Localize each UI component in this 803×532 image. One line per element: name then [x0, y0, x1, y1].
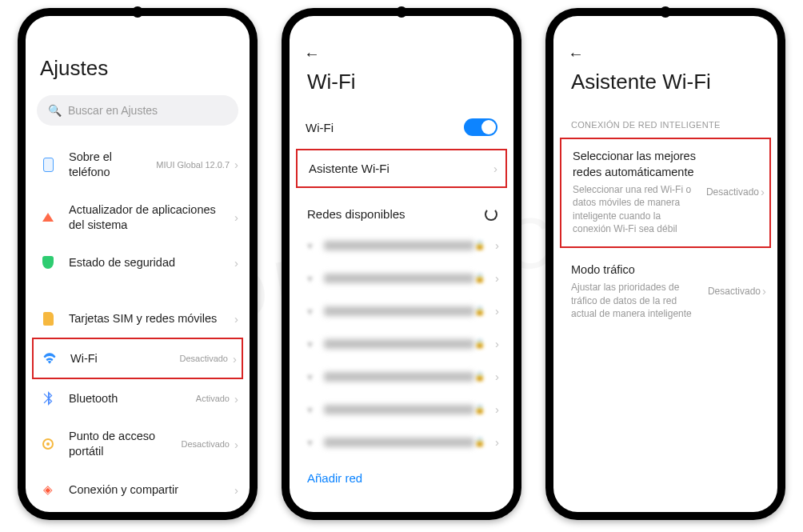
network-row[interactable]: ▾🔒› — [290, 294, 513, 327]
row-title: Seleccionar las mejores redes automática… — [573, 149, 698, 180]
network-name-redacted — [324, 274, 474, 283]
row-state: Desactivado — [706, 186, 759, 198]
chevron-right-icon: › — [234, 256, 238, 270]
row-bluetooth[interactable]: Bluetooth Activado › — [26, 379, 250, 418]
chevron-right-icon: › — [495, 435, 499, 449]
network-row[interactable]: ▾🔒› — [290, 426, 513, 458]
phone-frame-assistant: ← Asistente Wi-Fi CONEXIÓN DE RED INTELI… — [545, 8, 785, 520]
row-select-best-networks[interactable]: Seleccionar las mejores redes automática… — [560, 138, 771, 248]
wifi-signal-icon: ▾ — [307, 370, 313, 383]
shield-icon — [40, 254, 56, 270]
lock-icon: 🔒 — [474, 437, 485, 447]
share-icon: ◈ — [40, 482, 56, 498]
network-row[interactable]: ▾🔒› — [290, 360, 513, 393]
page-title: Wi-Fi — [290, 66, 513, 109]
phone-frame-settings: Ajustes 🔍 Buscar en Ajustes Sobre el tel… — [18, 8, 258, 520]
wifi-signal-icon: ▾ — [307, 305, 313, 318]
bluetooth-icon — [40, 390, 56, 406]
chevron-right-icon: › — [495, 271, 499, 285]
row-sim-networks[interactable]: Tarjetas SIM y redes móviles › — [26, 299, 250, 338]
wifi-signal-icon: ▾ — [307, 436, 313, 449]
network-row[interactable]: ▾🔒› — [290, 393, 513, 426]
wifi-toggle-row[interactable]: Wi-Fi — [290, 109, 513, 146]
section-header: CONEXIÓN DE RED INTELIGENTE — [553, 109, 777, 138]
row-label: Asistente Wi-Fi — [309, 162, 390, 175]
row-label: Conexión y compartir — [69, 482, 233, 498]
network-name-redacted — [324, 372, 474, 382]
chevron-right-icon: › — [495, 238, 499, 252]
screen-settings: Ajustes 🔍 Buscar en Ajustes Sobre el tel… — [26, 16, 250, 512]
search-placeholder: Buscar en Ajustes — [68, 104, 158, 117]
screen-wifi: ← Wi-Fi Wi-Fi Asistente Wi-Fi › Redes di… — [290, 16, 513, 512]
network-name-redacted — [324, 241, 474, 250]
chevron-right-icon: › — [234, 483, 238, 497]
row-description: Seleccionar una red Wi-Fi o datos móvile… — [573, 183, 698, 235]
row-title: Modo tráfico — [571, 262, 700, 278]
row-wifi[interactable]: Wi-Fi Desactivado › — [32, 338, 243, 379]
add-network-button[interactable]: Añadir red — [290, 458, 513, 498]
chevron-right-icon: › — [234, 210, 238, 224]
camera-notch — [132, 6, 143, 18]
network-name-redacted — [324, 405, 474, 414]
available-networks-header: Redes disponibles — [290, 191, 513, 229]
network-row[interactable]: ▾🔒› — [290, 262, 513, 294]
lock-icon: 🔒 — [474, 371, 485, 382]
back-row: ← — [553, 34, 777, 66]
search-input[interactable]: 🔍 Buscar en Ajustes — [37, 95, 238, 126]
chevron-right-icon: › — [234, 312, 238, 326]
row-wifi-assistant[interactable]: Asistente Wi-Fi › — [296, 149, 507, 188]
back-button[interactable]: ← — [568, 45, 584, 62]
row-about-phone[interactable]: Sobre el teléfono MIUI Global 12.0.7 › — [26, 138, 250, 191]
chevron-right-icon: › — [234, 158, 238, 171]
lock-icon: 🔒 — [474, 338, 485, 349]
page-title: Ajustes — [26, 34, 250, 95]
chevron-right-icon: › — [495, 402, 499, 416]
lock-icon: 🔒 — [474, 240, 485, 250]
network-name-redacted — [324, 438, 474, 447]
row-hotspot[interactable]: Punto de acceso portátil Desactivado › — [26, 418, 250, 470]
lock-icon: 🔒 — [474, 273, 485, 283]
row-security-status[interactable]: Estado de seguridad › — [26, 243, 250, 282]
row-description: Ajustar las prioridades de tráfico de da… — [571, 281, 700, 320]
page-title: Asistente Wi-Fi — [553, 66, 777, 109]
network-row[interactable]: ▾🔒› — [290, 229, 513, 262]
chevron-right-icon: › — [762, 284, 766, 298]
network-name-redacted — [324, 339, 474, 349]
row-value: Activado — [196, 394, 230, 403]
row-label: Bluetooth — [69, 391, 196, 406]
row-label: Actualizador de aplicaciones del sistema — [69, 202, 233, 233]
toggle-label: Wi-Fi — [306, 121, 334, 134]
row-label: Punto de acceso portátil — [69, 429, 181, 459]
row-value: Desactivado — [181, 439, 230, 449]
lock-icon: 🔒 — [474, 306, 485, 316]
row-state: Desactivado — [708, 286, 761, 297]
lock-icon: 🔒 — [474, 404, 485, 414]
network-name-redacted — [324, 306, 474, 316]
row-connection-share[interactable]: ◈ Conexión y compartir › — [26, 470, 250, 509]
row-traffic-mode[interactable]: Modo tráfico Ajustar las prioridades de … — [553, 253, 777, 331]
row-value: Desactivado — [179, 354, 228, 363]
chevron-right-icon: › — [495, 337, 499, 350]
search-icon: 🔍 — [48, 104, 62, 117]
chevron-right-icon: › — [233, 352, 237, 366]
wifi-icon — [42, 350, 58, 366]
chevron-right-icon: › — [234, 392, 238, 406]
screen-assistant: ← Asistente Wi-Fi CONEXIÓN DE RED INTELI… — [553, 16, 777, 512]
row-label: Tarjetas SIM y redes móviles — [69, 311, 233, 326]
statusbar — [553, 16, 777, 34]
chevron-right-icon: › — [495, 304, 499, 318]
back-button[interactable]: ← — [304, 45, 320, 62]
wifi-signal-icon: ▾ — [307, 403, 313, 416]
wifi-signal-icon: ▾ — [307, 239, 313, 252]
refresh-spinner-icon[interactable] — [485, 208, 497, 221]
row-value: MIUI Global 12.0.7 — [156, 160, 230, 170]
section-label: Redes disponibles — [307, 207, 405, 221]
phone-icon — [40, 157, 56, 173]
row-system-updater[interactable]: Actualizador de aplicaciones del sistema… — [26, 191, 250, 244]
statusbar — [290, 16, 513, 34]
wifi-signal-icon: ▾ — [307, 338, 313, 350]
network-row[interactable]: ▾🔒› — [290, 327, 513, 360]
row-label: Estado de seguridad — [69, 255, 233, 270]
wifi-toggle-on[interactable] — [464, 118, 497, 136]
wifi-signal-icon: ▾ — [307, 272, 313, 285]
